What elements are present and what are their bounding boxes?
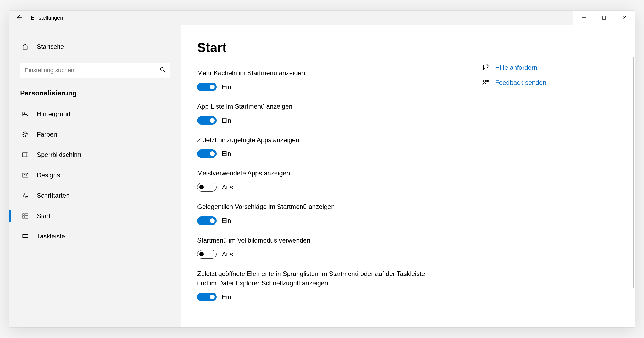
maximize-icon xyxy=(602,15,606,20)
setting-6: Zuletzt geöffnete Elemente in Sprunglist… xyxy=(197,269,471,302)
toggle-knob xyxy=(199,185,204,189)
toggle-state-label: Aus xyxy=(222,183,233,191)
search-field[interactable] xyxy=(25,67,159,74)
titlebar: Einstellungen xyxy=(9,11,635,25)
help-icon: ? xyxy=(482,64,490,71)
toggle-state-label: Ein xyxy=(222,293,231,301)
setting-2: Zuletzt hinzugefügte Apps anzeigenEin xyxy=(197,135,471,158)
svg-rect-3 xyxy=(23,112,28,116)
svg-rect-16 xyxy=(23,237,28,238)
themes-icon xyxy=(20,172,30,179)
minimize-button[interactable] xyxy=(573,11,594,25)
svg-point-19 xyxy=(483,80,486,82)
sidebar-item-sperrbildschirm[interactable]: Sperrbildschirm xyxy=(9,145,181,165)
toggle-state-label: Ein xyxy=(222,117,231,124)
sidebar: Startseite Personalisierung HintergrundF… xyxy=(9,25,181,327)
main-panel: Start Mehr Kacheln im Startmenü anzeigen… xyxy=(181,25,635,327)
setting-0: Mehr Kacheln im Startmenü anzeigenEin xyxy=(197,68,471,91)
setting-3: Meistverwendete Apps anzeigenAus xyxy=(197,169,471,192)
taskbar-icon xyxy=(20,233,30,240)
toggle-switch[interactable] xyxy=(197,149,217,158)
sidebar-item-farben[interactable]: Farben xyxy=(9,124,181,145)
toggle-state-label: Ein xyxy=(222,150,231,157)
sidebar-item-label: Hintergrund xyxy=(37,110,70,118)
close-button[interactable] xyxy=(614,11,635,25)
toggle-switch[interactable] xyxy=(197,183,217,192)
svg-rect-1 xyxy=(602,16,606,19)
svg-point-6 xyxy=(24,133,25,133)
home-icon xyxy=(20,43,30,50)
setting-label: Mehr Kacheln im Startmenü anzeigen xyxy=(197,68,433,78)
help-link-label: Hilfe anfordern xyxy=(495,64,537,71)
setting-5: Startmenü im Vollbildmodus verwendenAus xyxy=(197,236,471,259)
svg-point-7 xyxy=(26,133,26,134)
help-link[interactable]: ? Hilfe anfordern xyxy=(482,64,600,71)
sidebar-section-label: Personalisierung xyxy=(9,85,181,104)
svg-point-5 xyxy=(24,134,24,135)
sidebar-item-hintergrund[interactable]: Hintergrund xyxy=(9,104,181,124)
svg-text:?: ? xyxy=(487,65,488,67)
setting-4: Gelegentlich Vorschläge im Startmenü anz… xyxy=(197,202,471,225)
toggle-switch[interactable] xyxy=(197,293,217,301)
search-input[interactable] xyxy=(20,63,170,78)
lockscreen-icon xyxy=(20,151,30,158)
search-icon xyxy=(159,66,166,74)
svg-point-4 xyxy=(24,113,25,113)
feedback-link-label: Feedback senden xyxy=(495,79,546,86)
sidebar-home[interactable]: Startseite xyxy=(9,37,181,56)
svg-rect-14 xyxy=(25,216,28,218)
feedback-link[interactable]: Feedback senden xyxy=(482,79,600,86)
svg-rect-9 xyxy=(23,153,27,157)
sidebar-item-taskleiste[interactable]: Taskleiste xyxy=(9,226,181,247)
toggle-switch[interactable] xyxy=(197,250,217,259)
close-icon xyxy=(622,15,627,20)
sidebar-item-start[interactable]: Start xyxy=(9,206,181,226)
content: Start Mehr Kacheln im Startmenü anzeigen… xyxy=(197,40,471,327)
toggle-knob xyxy=(210,151,215,156)
settings-window: Einstellungen Startseite xyxy=(9,11,635,327)
fonts-icon xyxy=(20,192,30,199)
sidebar-item-label: Farben xyxy=(37,131,57,138)
right-column: ? Hilfe anfordern Feedback senden xyxy=(471,40,600,327)
setting-label: Startmenü im Vollbildmodus verwenden xyxy=(197,236,433,245)
sidebar-item-label: Schriftarten xyxy=(37,192,70,199)
toggle-knob xyxy=(210,118,215,123)
arrow-left-icon xyxy=(16,14,23,21)
maximize-button[interactable] xyxy=(594,11,614,25)
page-heading: Start xyxy=(197,40,471,55)
sidebar-home-label: Startseite xyxy=(37,43,64,50)
sidebar-item-label: Taskleiste xyxy=(37,233,65,240)
start-icon xyxy=(20,212,30,219)
toggle-switch[interactable] xyxy=(197,116,217,125)
toggle-state-label: Ein xyxy=(222,83,231,91)
sidebar-item-label: Sperrbildschirm xyxy=(37,151,82,159)
svg-rect-8 xyxy=(23,153,28,157)
setting-label: Zuletzt geöffnete Elemente in Sprunglist… xyxy=(197,269,433,288)
back-button[interactable] xyxy=(9,11,29,25)
setting-label: Zuletzt hinzugefügte Apps anzeigen xyxy=(197,135,433,145)
setting-1: App-Liste im Startmenü anzeigenEin xyxy=(197,102,471,125)
sidebar-item-label: Start xyxy=(37,212,50,220)
sidebar-item-schriftarten[interactable]: Schriftarten xyxy=(9,185,181,206)
toggle-state-label: Aus xyxy=(222,251,233,258)
toggle-switch[interactable] xyxy=(197,83,217,91)
palette-icon xyxy=(20,131,30,138)
picture-icon xyxy=(20,111,30,117)
minimize-icon xyxy=(581,15,586,20)
svg-rect-12 xyxy=(25,214,28,215)
setting-label: Meistverwendete Apps anzeigen xyxy=(197,169,433,178)
toggle-knob xyxy=(199,252,204,256)
svg-rect-13 xyxy=(23,216,24,218)
svg-rect-11 xyxy=(23,214,24,215)
toggle-knob xyxy=(210,218,215,223)
window-controls xyxy=(573,11,635,25)
svg-point-2 xyxy=(160,67,164,71)
sidebar-item-label: Designs xyxy=(37,171,60,179)
feedback-icon xyxy=(482,79,490,86)
setting-label: App-Liste im Startmenü anzeigen xyxy=(197,102,433,111)
toggle-knob xyxy=(210,295,215,299)
scrollbar[interactable] xyxy=(633,57,634,288)
window-title: Einstellungen xyxy=(29,15,63,21)
toggle-switch[interactable] xyxy=(197,216,217,225)
sidebar-item-designs[interactable]: Designs xyxy=(9,165,181,185)
